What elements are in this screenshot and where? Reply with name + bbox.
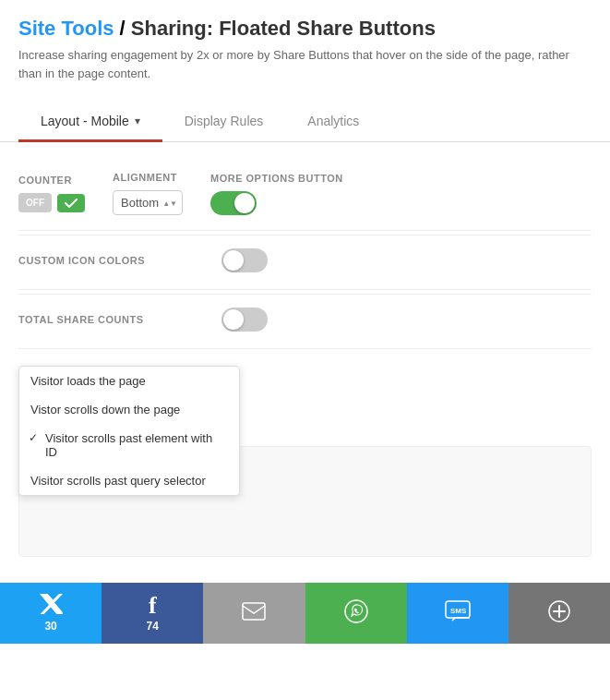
tab-display-rules[interactable]: Display Rules (162, 103, 286, 142)
counter-field: COUNTER OFF (18, 175, 85, 212)
sms-icon: SMS (445, 600, 471, 626)
total-share-counts-label: TOTAL SHARE COUNTS (18, 314, 221, 325)
total-share-counts-section: TOTAL SHARE COUNTS (18, 294, 592, 344)
custom-icon-colors-label: CUSTOM ICON COLORS (18, 255, 221, 266)
trigger-option-scrolls-query[interactable]: Visitor scrolls past query selector (19, 466, 239, 495)
total-share-counts-toggle[interactable] (221, 308, 268, 332)
checkmark-icon (65, 199, 78, 208)
alignment-label: ALIGNMENT (113, 172, 183, 183)
email-share-button[interactable] (203, 583, 305, 644)
tab-layout-mobile[interactable]: Layout - Mobile ▾ (18, 103, 162, 142)
alignment-field: ALIGNMENT Top Bottom Center (113, 172, 183, 215)
counter-label: COUNTER (18, 175, 85, 186)
email-icon (242, 602, 266, 624)
site-tools-link[interactable]: Site Tools (18, 17, 114, 40)
svg-text:SMS: SMS (450, 607, 467, 615)
custom-icon-colors-section: CUSTOM ICON COLORS (18, 235, 592, 285)
tab-analytics[interactable]: Analytics (285, 103, 381, 142)
twitter-icon (39, 594, 63, 618)
custom-icon-colors-knob (223, 250, 244, 271)
more-options-toggle[interactable] (210, 191, 257, 215)
title-separator: / (114, 17, 131, 40)
tab-display-rules-label: Display Rules (185, 114, 264, 128)
page-title: Site Tools / Sharing: Floated Share Butt… (18, 17, 592, 41)
custom-icon-colors-toggle[interactable] (221, 248, 268, 272)
counter-off-button[interactable]: OFF (18, 193, 52, 212)
whatsapp-icon (344, 599, 368, 627)
whatsapp-share-button[interactable] (305, 583, 407, 644)
svg-rect-0 (243, 603, 265, 620)
trigger-dropdown-menu: Visitor loads the page Vistor scrolls do… (18, 366, 240, 496)
chevron-down-icon[interactable]: ▾ (135, 115, 140, 127)
sms-share-button[interactable]: SMS (407, 583, 508, 644)
trigger-section: Visitor loads the page Vistor scrolls do… (18, 353, 592, 428)
counter-toggle-group: OFF (18, 193, 85, 212)
twitter-count: 30 (44, 620, 56, 633)
top-options-row: COUNTER OFF ALIGNMENT Top Bottom (18, 161, 592, 226)
trigger-option-scrolls-element-id[interactable]: Visitor scrolls past element with ID (19, 424, 239, 466)
facebook-share-button[interactable]: f 74 (102, 583, 203, 644)
tabs-container: Layout - Mobile ▾ Display Rules Analytic… (0, 103, 610, 142)
divider-3 (18, 348, 592, 349)
page-description: Increase sharing engagement by 2x or mor… (18, 46, 572, 82)
page-container: Site Tools / Sharing: Floated Share Butt… (0, 0, 610, 644)
facebook-count: 74 (147, 620, 159, 633)
more-options-field: MORE OPTIONS BUTTON (210, 173, 343, 215)
divider-1 (18, 230, 592, 231)
alignment-select[interactable]: Top Bottom Center (113, 190, 183, 215)
total-share-counts-knob (223, 309, 244, 330)
trigger-option-loads[interactable]: Visitor loads the page (19, 367, 239, 395)
divider-2 (18, 289, 592, 290)
bottom-share-bar: 30 f 74 (0, 583, 610, 644)
tab-layout-mobile-label: Layout - Mobile (41, 114, 129, 128)
page-name-label: Sharing: Floated Share Buttons (131, 17, 436, 40)
tab-analytics-label: Analytics (307, 114, 359, 128)
twitter-share-button[interactable]: 30 (0, 583, 102, 644)
more-options-label: MORE OPTIONS BUTTON (210, 173, 343, 184)
more-options-toggle-knob (234, 193, 255, 213)
more-icon (547, 599, 571, 627)
more-share-button[interactable] (508, 583, 610, 644)
main-content: COUNTER OFF ALIGNMENT Top Bottom (0, 142, 610, 575)
trigger-option-scrolls-down[interactable]: Vistor scrolls down the page (19, 395, 239, 424)
page-header: Site Tools / Sharing: Floated Share Butt… (0, 0, 610, 93)
counter-on-button[interactable] (57, 194, 85, 212)
facebook-icon: f (149, 594, 157, 618)
alignment-select-wrapper: Top Bottom Center (113, 190, 183, 215)
